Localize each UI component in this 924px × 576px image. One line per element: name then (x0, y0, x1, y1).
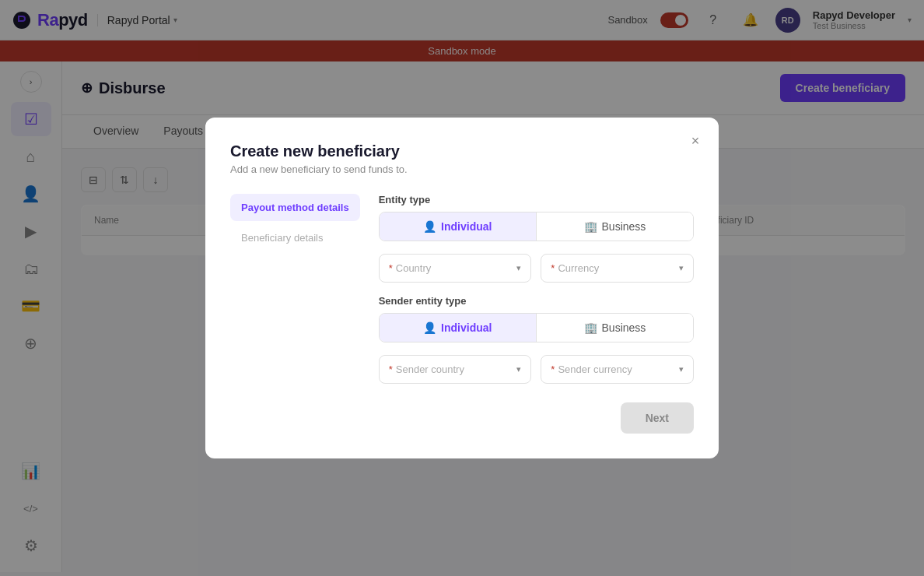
modal-footer: Next (230, 402, 694, 434)
individual-label: Individual (441, 220, 492, 233)
sender-currency-required-marker: * (551, 364, 555, 375)
sender-entity-type-section: Sender entity type 👤 Individual 🏢 Busine… (379, 295, 694, 342)
step-payout-method-details[interactable]: Payout method details (230, 194, 360, 221)
currency-chevron-icon: ▾ (679, 263, 684, 273)
individual-icon: 👤 (423, 220, 436, 233)
sender-currency-chevron-icon: ▾ (679, 364, 684, 374)
sender-currency-placeholder: Sender currency (558, 364, 632, 375)
sender-entity-type-business-button[interactable]: 🏢 Business (537, 314, 693, 342)
sender-business-label: Business (602, 321, 646, 334)
sender-country-placeholder: Sender country (396, 364, 464, 375)
currency-placeholder: Currency (558, 262, 599, 274)
step-beneficiary-details[interactable]: Beneficiary details (230, 224, 360, 251)
entity-type-business-button[interactable]: 🏢 Business (537, 212, 693, 241)
sender-currency-select[interactable]: * Sender currency ▾ (541, 355, 694, 384)
currency-required-marker: * (551, 262, 555, 274)
sender-country-chevron-icon: ▾ (516, 364, 521, 374)
currency-select[interactable]: * Currency ▾ (541, 254, 694, 283)
business-icon: 🏢 (584, 220, 597, 233)
modal-body: Payout method details Beneficiary detail… (230, 194, 694, 384)
next-button[interactable]: Next (621, 402, 694, 434)
sender-entity-type-individual-button[interactable]: 👤 Individual (380, 314, 537, 342)
sender-country-required-marker: * (389, 364, 393, 375)
sender-individual-label: Individual (441, 321, 492, 334)
modal-form: Entity type 👤 Individual 🏢 Business (379, 194, 694, 384)
modal-close-button[interactable]: × (684, 130, 706, 152)
entity-type-label: Entity type (379, 194, 694, 205)
sender-country-select[interactable]: * Sender country ▾ (379, 355, 532, 384)
country-select[interactable]: * Country ▾ (379, 254, 532, 283)
entity-type-individual-button[interactable]: 👤 Individual (380, 212, 537, 241)
sender-business-icon: 🏢 (584, 321, 597, 334)
sender-entity-type-toggle: 👤 Individual 🏢 Business (379, 313, 694, 342)
country-currency-row: * Country ▾ * Currency ▾ (379, 254, 694, 283)
modal-overlay[interactable]: × Create new beneficiary Add a new benef… (0, 0, 924, 572)
country-placeholder: Country (396, 262, 432, 274)
modal-subtitle: Add a new beneficiary to send funds to. (230, 163, 694, 175)
sender-entity-type-label: Sender entity type (379, 295, 694, 307)
entity-type-section: Entity type 👤 Individual 🏢 Business (379, 194, 694, 241)
entity-type-toggle: 👤 Individual 🏢 Business (379, 212, 694, 241)
country-chevron-icon: ▾ (516, 263, 521, 273)
business-label: Business (602, 220, 646, 233)
modal-steps: Payout method details Beneficiary detail… (230, 194, 360, 384)
country-required-marker: * (389, 262, 393, 274)
create-beneficiary-modal: × Create new beneficiary Add a new benef… (205, 118, 719, 458)
modal-title: Create new beneficiary (230, 142, 694, 160)
sender-country-currency-row: * Sender country ▾ * Sender currency ▾ (379, 355, 694, 384)
sender-individual-icon: 👤 (423, 321, 436, 334)
